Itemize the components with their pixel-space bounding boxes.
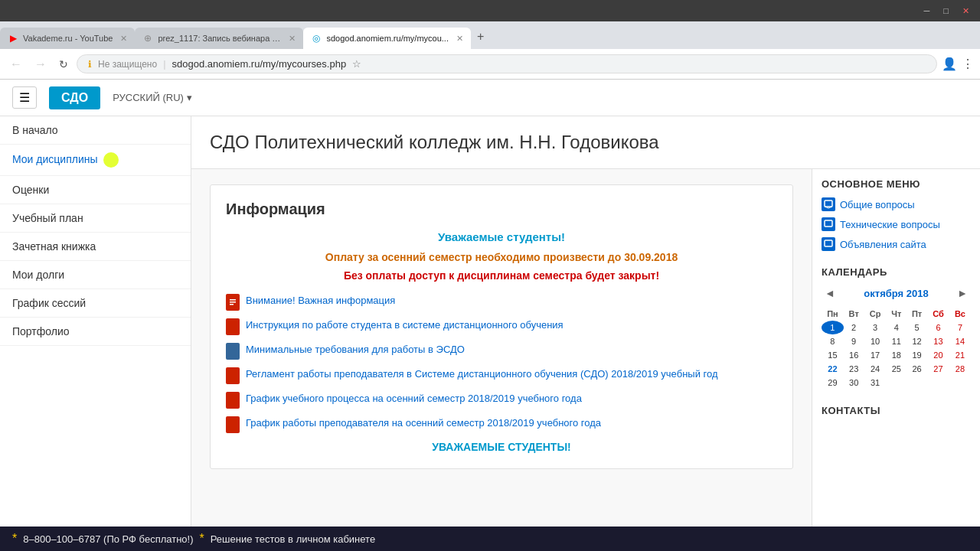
menu-icon[interactable]: ⋮ — [962, 57, 974, 71]
sidebar-item-plan[interactable]: Учебный план — [0, 204, 191, 233]
bookmark-icon[interactable]: ☆ — [352, 58, 361, 70]
cal-cell[interactable]: 12 — [906, 334, 927, 348]
menu-link-1[interactable]: Общие вопросы — [822, 197, 971, 211]
cal-cell[interactable]: 24 — [864, 362, 887, 376]
cal-cell[interactable]: 22 — [822, 362, 844, 376]
menu-link-3[interactable]: Объявления сайта — [822, 237, 971, 251]
cal-cell[interactable]: 31 — [864, 376, 887, 390]
link-1[interactable]: Внимание! Важная информация — [246, 294, 395, 308]
cal-cell[interactable]: 27 — [927, 362, 949, 376]
link-item-2: Инструкция по работе студента в системе … — [226, 318, 777, 335]
address-bar[interactable]: ℹ Не защищено | sdogod.anomiem.ru/my/myc… — [77, 54, 937, 73]
cal-cell[interactable]: 5 — [906, 321, 927, 334]
sidebar-item-debts[interactable]: Мои долги — [0, 261, 191, 289]
browser-tab-3[interactable]: ◎ sdogod.anomiem.ru/my/mycou... ✕ — [303, 28, 471, 49]
cal-cell[interactable]: 4 — [887, 321, 907, 334]
page-wrapper: ☰ СДО РУССКИЙ (RU) ▾ В начало Мои дисцип… — [0, 80, 980, 551]
cal-cell[interactable]: 26 — [906, 362, 927, 376]
calendar-title: КАЛЕНДАРЬ — [822, 266, 971, 278]
cal-cell[interactable]: 6 — [927, 321, 949, 334]
info-section: Информация Уважаемые студенты! Оплату за… — [210, 184, 793, 469]
new-tab-button[interactable]: + — [471, 30, 490, 44]
sidebar-item-sessions[interactable]: График сессий — [0, 289, 191, 318]
cal-cell[interactable]: 2 — [844, 321, 864, 334]
link-6[interactable]: График работы преподавателя на осенний с… — [246, 416, 601, 430]
pdf-icon-4 — [226, 367, 240, 384]
svg-rect-2 — [230, 304, 234, 305]
calendar-month: октября 2018 — [864, 288, 928, 299]
cal-cell[interactable]: 8 — [822, 334, 844, 348]
main-menu-section: ОСНОВНОЕ МЕНЮ Общие вопросы Технические — [822, 178, 971, 251]
cal-cell[interactable]: 9 — [844, 334, 864, 348]
contacts-title: КОНТАКТЫ — [822, 405, 971, 416]
calendar-next[interactable]: ► — [954, 285, 971, 301]
cal-cell[interactable]: 10 — [864, 334, 887, 348]
cal-cell[interactable]: 11 — [887, 334, 907, 348]
sdo-button[interactable]: СДО — [49, 86, 100, 109]
cal-cell[interactable]: 13 — [927, 334, 949, 348]
reload-button[interactable]: ↻ — [55, 57, 72, 72]
tab-close-1[interactable]: ✕ — [120, 34, 127, 44]
cal-cell[interactable]: 17 — [864, 348, 887, 362]
calendar-prev[interactable]: ◄ — [822, 285, 838, 301]
svg-rect-6 — [825, 220, 832, 227]
sidebar-item-home[interactable]: В начало — [0, 116, 191, 145]
page-title: СДО Политехнический колледж им. Н.Н. Год… — [210, 132, 962, 153]
sidebar-item-portfolio[interactable]: Портфолио — [0, 318, 191, 346]
link-3[interactable]: Минимальные требования для работы в ЭСДО — [246, 343, 465, 357]
tab-close-2[interactable]: ✕ — [289, 34, 296, 44]
browser-tab-1[interactable]: ▶ Vakademe.ru - YouTube ✕ — [0, 28, 135, 49]
language-selector[interactable]: РУССКИЙ (RU) ▾ — [113, 92, 192, 103]
link-4[interactable]: Регламент работы преподавателя в Системе… — [246, 367, 718, 381]
sidebar-item-gradebook[interactable]: Зачетная книжка — [0, 233, 191, 261]
back-button[interactable]: ← — [6, 56, 26, 73]
forward-button[interactable]: → — [31, 56, 51, 73]
cal-cell[interactable] — [887, 376, 907, 390]
sidebar-item-label: Мои долги — [12, 269, 64, 281]
minimize-btn[interactable]: ─ — [920, 6, 935, 16]
cal-day-mon: Пн — [822, 307, 844, 321]
maximize-btn[interactable]: □ — [939, 6, 953, 16]
cal-cell[interactable]: 29 — [822, 376, 844, 390]
cal-cell[interactable]: 16 — [844, 348, 864, 362]
tab-close-3[interactable]: ✕ — [456, 34, 463, 44]
cal-cell[interactable]: 28 — [949, 362, 971, 376]
bottom-bar-text-1: 8–800–100–6787 (По РФ бесплатно!) — [23, 533, 193, 545]
menu-link-label-1: Общие вопросы — [840, 199, 915, 210]
cal-cell[interactable]: 21 — [949, 348, 971, 362]
chevron-down-icon: ▾ — [187, 92, 192, 103]
cal-cell[interactable]: 30 — [844, 376, 864, 390]
cal-cell[interactable]: 19 — [906, 348, 927, 362]
cal-cell[interactable]: 20 — [927, 348, 949, 362]
close-btn[interactable]: ✕ — [958, 6, 974, 16]
browser-tab-2[interactable]: ⊕ prez_1117: Запись вебинара (З... ✕ — [135, 28, 303, 49]
pdf-icon-2 — [226, 318, 240, 335]
security-icon: ℹ — [88, 59, 92, 70]
cal-cell[interactable] — [927, 376, 949, 390]
account-icon[interactable]: 👤 — [942, 57, 957, 71]
cal-cell[interactable]: 23 — [844, 362, 864, 376]
contacts-section: КОНТАКТЫ — [822, 405, 971, 416]
calendar-header: ◄ октября 2018 ► — [822, 285, 971, 301]
cal-cell[interactable] — [949, 376, 971, 390]
hamburger-button[interactable]: ☰ — [12, 86, 37, 109]
cal-cell[interactable]: 15 — [822, 348, 844, 362]
cal-cell[interactable]: 7 — [949, 321, 971, 334]
tab-favicon-2: ⊕ — [142, 33, 153, 44]
sidebar-item-grades[interactable]: Оценки — [0, 176, 191, 204]
link-5[interactable]: График учебного процесса на осенний семе… — [246, 392, 582, 406]
sidebar-item-disciplines[interactable]: Мои дисциплины — [0, 145, 191, 176]
link-2[interactable]: Инструкция по работе студента в системе … — [246, 318, 564, 332]
right-sidebar: ОСНОВНОЕ МЕНЮ Общие вопросы Технические — [812, 169, 980, 527]
cal-cell[interactable]: 3 — [864, 321, 887, 334]
bottom-bar: * 8–800–100–6787 (По РФ бесплатно!) * Ре… — [0, 527, 980, 551]
menu-link-2[interactable]: Технические вопросы — [822, 217, 971, 231]
calendar-section: КАЛЕНДАРЬ ◄ октября 2018 ► Пн Вт — [822, 266, 971, 390]
cal-cell[interactable]: 25 — [887, 362, 907, 376]
content-area: СДО Политехнический колледж им. Н.Н. Год… — [191, 116, 980, 527]
cal-cell[interactable]: 18 — [887, 348, 907, 362]
cal-cell[interactable]: 14 — [949, 334, 971, 348]
cal-cell[interactable]: 1 — [822, 321, 844, 334]
cal-cell[interactable] — [906, 376, 927, 390]
menu-link-icon-2 — [822, 217, 835, 231]
